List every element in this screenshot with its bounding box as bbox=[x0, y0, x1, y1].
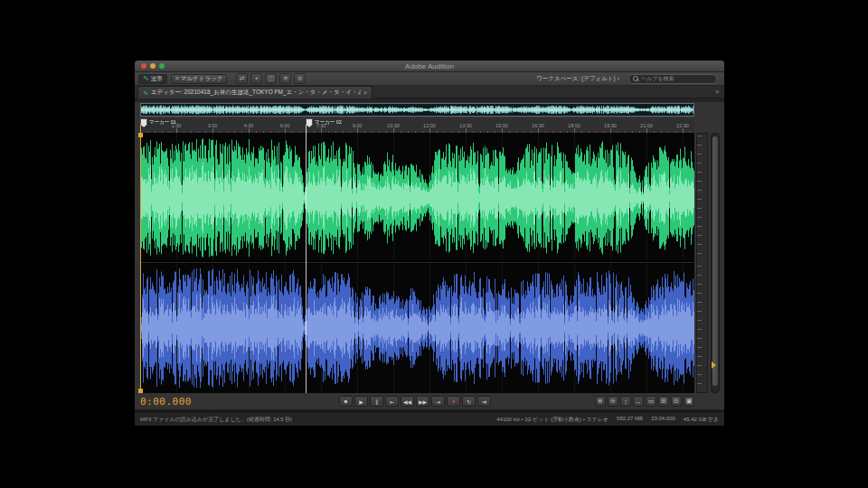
chevron-down-icon: ▾ bbox=[617, 76, 619, 81]
title-bar[interactable]: Adobe Audition bbox=[135, 61, 724, 72]
playhead-line[interactable] bbox=[140, 118, 141, 393]
ruler-time-label: 21:00 bbox=[640, 123, 653, 128]
zoom-selection-button[interactable]: ⊞ bbox=[658, 396, 669, 407]
razor-tool-icon[interactable]: ◫ bbox=[265, 73, 277, 84]
search-icon bbox=[633, 76, 638, 81]
ruler-time-label: 9:00 bbox=[353, 123, 363, 128]
transport-buttons: ■▶∥⇤◀◀▶▶⇥●↻⇉ bbox=[339, 396, 491, 407]
search-placeholder: ヘルプを検索 bbox=[641, 75, 675, 83]
transport-bar: 0:00.000 ■▶∥⇤◀◀▶▶⇥●↻⇉ ⊕⊖↕↔▭⊞⊟▣ bbox=[135, 395, 724, 408]
skip-selection-button[interactable]: ⇉ bbox=[477, 396, 491, 407]
playhead-top-handle[interactable] bbox=[138, 133, 143, 137]
pause-button[interactable]: ∥ bbox=[370, 396, 383, 407]
waveform-view-button[interactable]: ∿ 波形 bbox=[138, 74, 167, 84]
marker-flag-icon[interactable] bbox=[140, 118, 147, 127]
ruler-time-label: 15:00 bbox=[495, 123, 508, 128]
zoom-in-vertical-button[interactable]: ↕ bbox=[620, 396, 631, 407]
toolbar: ∿ 波形 ≡ マルチトラック ⇄⌖◫≋⊘ ワークスペース: (デフォルト) ▾ … bbox=[135, 72, 724, 86]
zoom-buttons: ⊕⊖↕↔▭⊞⊟▣ bbox=[595, 396, 694, 407]
ruler-time-label: 12:00 bbox=[423, 123, 436, 128]
stop-button[interactable]: ■ bbox=[339, 396, 353, 407]
audition-window: Adobe Audition ∿ 波形 ≡ マルチトラック ⇄⌖◫≋⊘ ワークス… bbox=[135, 61, 724, 426]
zoom-full-button[interactable]: ▣ bbox=[684, 396, 694, 407]
move-tool-icon[interactable]: ⇄ bbox=[236, 73, 248, 84]
ruler-time-label: 3:00 bbox=[208, 123, 218, 128]
fast-forward-button[interactable]: ▶▶ bbox=[416, 396, 429, 407]
ruler-time-label: 13:30 bbox=[459, 123, 472, 128]
ruler-time-label: 16:30 bbox=[532, 123, 544, 128]
marker-flag-icon[interactable] bbox=[306, 118, 313, 127]
panel-divider bbox=[135, 99, 724, 102]
window-title: Adobe Audition bbox=[135, 62, 724, 70]
time-selection-tool-icon[interactable]: ⌖ bbox=[250, 73, 262, 84]
free-disk-space: 45.42 GB 空き bbox=[684, 416, 719, 424]
waveform-icon: ∿ bbox=[143, 76, 149, 81]
multitrack-icon: ≡ bbox=[175, 76, 179, 81]
selection-marker-icon bbox=[712, 361, 716, 369]
video-frame: Adobe Audition ∿ 波形 ≡ マルチトラック ⇄⌖◫≋⊘ ワークス… bbox=[0, 0, 868, 488]
workspace-selector[interactable]: ワークスペース: (デフォルト) ▾ bbox=[536, 75, 619, 83]
go-to-end-button[interactable]: ⇥ bbox=[431, 396, 445, 407]
marker-01[interactable]: マーカー 01 bbox=[140, 118, 176, 127]
help-search-input[interactable]: ヘルプを検索 bbox=[628, 74, 717, 84]
audio-file-icon: ∿ bbox=[143, 89, 148, 97]
close-tab-icon[interactable]: × bbox=[363, 89, 367, 96]
workspace-label: ワークスペース: (デフォルト) bbox=[536, 75, 615, 81]
multitrack-view-label: マルチトラック bbox=[181, 75, 223, 83]
marker-01-label: マーカー 01 bbox=[149, 119, 176, 126]
panel-menu-icon[interactable]: ≡ bbox=[715, 89, 720, 95]
waveform-overview-navigator[interactable] bbox=[140, 103, 694, 117]
go-to-start-button[interactable]: ⇤ bbox=[385, 396, 399, 407]
zoom-out-vertical-button[interactable]: ↔ bbox=[633, 396, 644, 407]
letterbox-bottom bbox=[0, 440, 868, 488]
play-button[interactable]: ▶ bbox=[354, 396, 368, 407]
ruler-time-label: 22:30 bbox=[676, 123, 689, 128]
amplitude-ruler bbox=[696, 133, 708, 393]
multitrack-view-button[interactable]: ≡ マルチトラック bbox=[171, 74, 228, 84]
tool-icon-group: ⇄⌖◫≋⊘ bbox=[236, 73, 306, 84]
spectral-display-icon[interactable]: ≋ bbox=[279, 73, 291, 84]
time-display: 0:00.000 bbox=[140, 396, 192, 408]
ruler-time-label: 10:30 bbox=[387, 123, 400, 128]
file-info: 44100 Hz • 32-ビット (浮動小数点) • ステレオ 582.27 … bbox=[496, 416, 719, 424]
overview-waveform bbox=[141, 104, 693, 116]
playhead-bottom-handle[interactable] bbox=[138, 389, 143, 393]
zoom-in-selection-button[interactable]: ▭ bbox=[646, 396, 656, 407]
zoom-out-selection-button[interactable]: ⊟ bbox=[671, 396, 682, 407]
marker-position-line bbox=[306, 118, 307, 393]
zoom-out-horizontal-button[interactable]: ⊖ bbox=[608, 396, 618, 407]
rewind-button[interactable]: ◀◀ bbox=[401, 396, 414, 407]
loop-playback-button[interactable]: ↻ bbox=[462, 396, 476, 407]
timeline-ruler[interactable]: 1:303:004:306:007:309:0010:3012:0013:301… bbox=[140, 118, 694, 134]
zoom-in-horizontal-button[interactable]: ⊕ bbox=[595, 396, 606, 407]
marker-02-label: マーカー 02 bbox=[315, 119, 342, 126]
waveform-view-label: 波形 bbox=[151, 75, 163, 83]
tab-bar: ∿ エディター: 20210418_お昼の生放送_TOKYO FM_エ・ン・タ・… bbox=[135, 86, 724, 99]
file-size: 582.27 MB bbox=[617, 416, 643, 424]
waveform-display[interactable] bbox=[140, 133, 694, 393]
ruler-time-label: 18:00 bbox=[568, 123, 580, 128]
vertical-scrollbar-thumb[interactable] bbox=[712, 136, 718, 386]
slip-tool-icon[interactable]: ⊘ bbox=[294, 73, 306, 84]
record-button[interactable]: ● bbox=[447, 396, 460, 407]
stereo-waveform-canvas bbox=[140, 133, 694, 393]
editor-tab-label: エディター: 20210418_お昼の生放送_TOKYO FM_エ・ン・タ・メ・… bbox=[151, 89, 361, 97]
file-duration: 23:04.000 bbox=[651, 416, 675, 424]
letterbox-top bbox=[0, 0, 868, 58]
vertical-scrollbar[interactable] bbox=[711, 133, 720, 393]
editor-tab[interactable]: ∿ エディター: 20210418_お昼の生放送_TOKYO FM_エ・ン・タ・… bbox=[137, 86, 373, 99]
marker-02[interactable]: マーカー 02 bbox=[306, 118, 342, 127]
ruler-time-label: 4:30 bbox=[244, 123, 254, 128]
ruler-time-label: 6:00 bbox=[280, 123, 290, 128]
format-info: 44100 Hz • 32-ビット (浮動小数点) • ステレオ bbox=[496, 416, 609, 424]
status-bar: MP3 ファイルの読み込みが完了しました。(経過時間: 14.5 秒) 4410… bbox=[135, 411, 724, 426]
status-message: MP3 ファイルの読み込みが完了しました。(経過時間: 14.5 秒) bbox=[140, 416, 292, 424]
ruler-time-label: 19:30 bbox=[604, 123, 617, 128]
